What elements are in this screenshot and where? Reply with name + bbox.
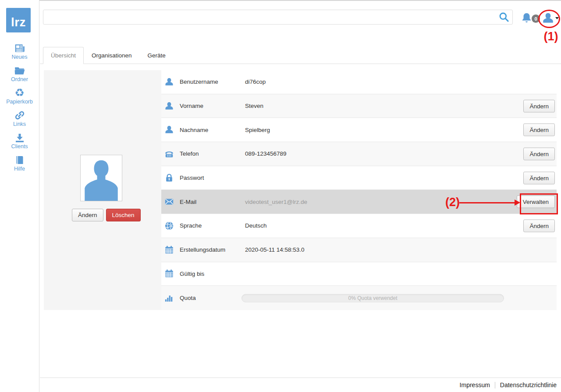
row-nachname: Nachname Spielberg Ändern xyxy=(161,118,557,142)
field-label: Quota xyxy=(180,295,245,301)
user-icon xyxy=(164,125,176,135)
row-sprache: Sprache Deutsch Ändern xyxy=(161,214,557,238)
field-value: videotest_user1@lrz.de xyxy=(245,199,307,205)
calendar-icon xyxy=(164,245,176,255)
field-value: 2020-05-11 14:58:53.0 xyxy=(245,246,305,253)
field-label: E-Mail xyxy=(180,199,245,205)
field-label: Benutzername xyxy=(180,78,245,85)
lrz-logo[interactable]: lrz xyxy=(6,8,31,32)
change-vorname-button[interactable]: Ändern xyxy=(523,100,555,112)
user-icon xyxy=(164,101,176,111)
verwalten-email-button[interactable]: Verwalten xyxy=(517,196,555,208)
field-value: di76cop xyxy=(245,78,266,85)
field-label: Telefon xyxy=(180,150,245,157)
footer-divider xyxy=(495,382,495,388)
notification-count-badge: 0 xyxy=(532,14,540,23)
field-label: Passwort xyxy=(180,175,245,181)
change-nachname-button[interactable]: Ändern xyxy=(523,124,555,136)
newspaper-icon xyxy=(0,42,39,54)
row-telefon: Telefon 089-123456789 Ändern xyxy=(161,142,557,166)
globe-icon xyxy=(164,221,176,231)
mail-icon xyxy=(164,196,176,207)
tab-geraete[interactable]: Geräte xyxy=(140,47,174,64)
row-vorname: Vorname Steven Ändern xyxy=(161,94,557,118)
annotation-step-1: (1) xyxy=(540,30,561,43)
row-erstellungsdatum: Erstellungsdatum 2020-05-11 14:58:53.0 xyxy=(161,238,557,262)
calendar-icon xyxy=(164,268,176,279)
sidebar-item-hilfe[interactable]: Hilfe xyxy=(0,154,39,172)
lock-icon xyxy=(164,173,176,183)
sidebar-item-clients[interactable]: Clients xyxy=(0,132,39,150)
sidebar-item-label: Ordner xyxy=(11,76,28,82)
field-value: Steven xyxy=(245,103,263,109)
chart-icon xyxy=(164,293,176,303)
field-label: Gültig bis xyxy=(180,271,245,277)
sidebar-item-label: Neues xyxy=(11,54,27,60)
annotation-step-2: (2) xyxy=(445,196,460,209)
change-telefon-button[interactable]: Ändern xyxy=(523,147,555,160)
sidebar-item-ordner[interactable]: Ordner xyxy=(0,64,39,82)
sidebar-item-label: Clients xyxy=(11,143,28,150)
row-passwort: Passwort Ändern xyxy=(161,166,557,190)
user-icon xyxy=(164,77,176,87)
annotation-arrow xyxy=(459,202,515,203)
sidebar-item-neues[interactable]: Neues xyxy=(0,42,39,60)
tab-uebersicht[interactable]: Übersicht xyxy=(43,47,84,64)
folder-icon xyxy=(0,64,39,76)
field-label: Nachname xyxy=(180,127,245,133)
avatar-delete-button[interactable]: Löschen xyxy=(106,209,141,221)
book-icon xyxy=(0,154,39,166)
search-icon[interactable] xyxy=(498,11,510,23)
avatar xyxy=(80,155,122,201)
main-area: 0 (1) Übersicht Organisationen Geräte Än… xyxy=(40,0,561,392)
field-value: Spielberg xyxy=(245,127,270,133)
chevron-down-icon[interactable] xyxy=(555,17,559,19)
tab-organisationen[interactable]: Organisationen xyxy=(84,47,140,64)
quota-progress-bar: 0% Quota verwendet xyxy=(241,294,504,302)
user-menu-icon[interactable] xyxy=(542,11,554,25)
row-gueltig-bis: Gültig bis xyxy=(161,262,557,286)
field-label: Sprache xyxy=(180,222,245,229)
search-input[interactable] xyxy=(43,10,513,25)
annotation-arrow-head xyxy=(515,200,520,206)
row-benutzername: Benutzername di76cop xyxy=(161,70,557,94)
download-icon xyxy=(0,132,39,143)
profile-content: Ändern Löschen Benutzername di76cop Vorn… xyxy=(40,64,561,378)
field-value: 089-123456789 xyxy=(245,150,287,157)
avatar-actions: Ändern Löschen xyxy=(72,209,141,221)
datenschutz-link[interactable]: Datenschutzrichtlinie xyxy=(500,381,557,388)
recycle-icon: ♻ xyxy=(0,87,39,99)
avatar-panel: Ändern Löschen xyxy=(44,70,161,310)
phone-icon xyxy=(164,149,176,159)
sidebar-item-label: Hilfe xyxy=(14,166,25,172)
avatar-change-button[interactable]: Ändern xyxy=(72,209,103,221)
change-passwort-button[interactable]: Ändern xyxy=(523,171,555,184)
notification-bell-icon[interactable] xyxy=(521,12,533,25)
sidebar: lrz Neues Ordner ♻ Papierkorb Links xyxy=(0,0,39,392)
footer: Impressum Datenschutzrichtlinie xyxy=(40,378,561,392)
sidebar-item-links[interactable]: Links xyxy=(0,109,39,127)
row-quota: Quota 0% Quota verwendet xyxy=(161,286,557,310)
change-sprache-button[interactable]: Ändern xyxy=(523,219,555,232)
sidebar-item-label: Papierkorb xyxy=(6,99,32,105)
header: 0 (1) xyxy=(40,0,561,39)
link-icon xyxy=(0,109,39,121)
impressum-link[interactable]: Impressum xyxy=(460,381,490,388)
profile-fields-table: Benutzername di76cop Vorname Steven Ände… xyxy=(161,70,557,310)
field-label: Vorname xyxy=(180,103,245,109)
sidebar-nav: Neues Ordner ♻ Papierkorb Links Clients xyxy=(0,42,39,172)
tabbar: Übersicht Organisationen Geräte xyxy=(40,39,561,64)
sidebar-item-label: Links xyxy=(13,121,26,127)
field-value: Deutsch xyxy=(245,222,267,229)
sidebar-item-papierkorb[interactable]: ♻ Papierkorb xyxy=(0,87,39,105)
field-label: Erstellungsdatum xyxy=(180,246,245,253)
